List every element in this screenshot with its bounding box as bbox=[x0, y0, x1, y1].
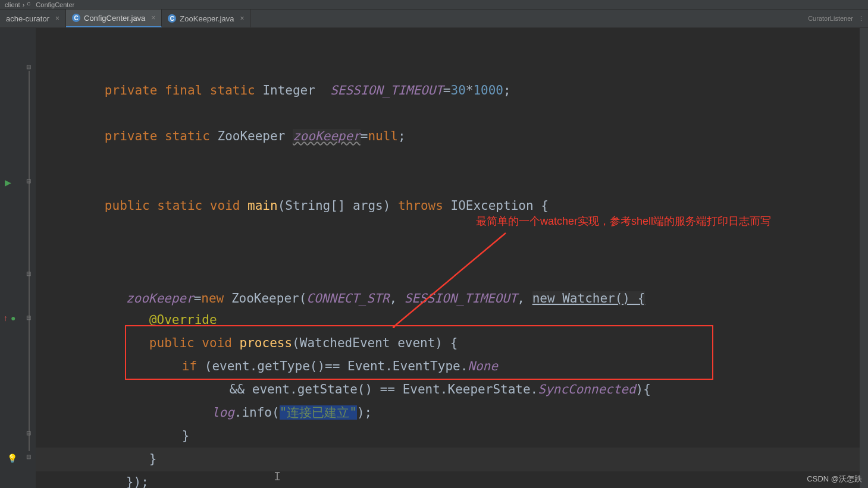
code-editor[interactable]: private final static Integer SESSION_TIM… bbox=[36, 28, 860, 488]
fold-icon[interactable]: ⊟ bbox=[26, 430, 31, 436]
code-line: public static void main(String[] args) t… bbox=[59, 172, 549, 240]
class-icon: C bbox=[27, 1, 33, 8]
tab-label: ZooKeeper.java bbox=[180, 14, 234, 23]
editor-scrollbar[interactable] bbox=[860, 28, 868, 488]
text-cursor-icon: I bbox=[274, 469, 281, 483]
breadcrumb-item-1[interactable]: client bbox=[5, 1, 20, 8]
tab-zookeeper[interactable]: C ZooKeeper.java × bbox=[162, 10, 250, 27]
close-icon[interactable]: × bbox=[55, 14, 59, 23]
code-line: private static ZooKeeper zooKeeper=null; bbox=[59, 102, 406, 170]
close-icon[interactable]: × bbox=[151, 14, 155, 22]
fold-icon[interactable]: ⊟ bbox=[26, 454, 31, 460]
fold-icon[interactable]: ⊟ bbox=[26, 64, 31, 70]
tab-label: ache-curator bbox=[6, 14, 49, 23]
implement-up-icon[interactable]: ● bbox=[11, 313, 15, 323]
editor-wrap: ▶ ↑ ● 💡 ⊟ ⊟ ⊟ ⊟ ⊟ ⊟ private final static… bbox=[0, 28, 868, 488]
fold-icon[interactable]: ⊟ bbox=[26, 178, 31, 184]
breadcrumb-item-2[interactable]: ConfigCenter bbox=[36, 1, 74, 8]
right-tool-label[interactable]: CuratorListener ⋮ bbox=[808, 10, 864, 27]
run-icon[interactable]: ▶ bbox=[5, 178, 11, 187]
tab-ache-curator[interactable]: ache-curator × bbox=[0, 10, 66, 27]
editor-tab-bar: ache-curator × C ConfigCenter.java × C Z… bbox=[0, 10, 868, 28]
code-line: }); bbox=[81, 448, 149, 488]
class-icon: C bbox=[168, 14, 176, 23]
tool-label: CuratorListener bbox=[808, 15, 853, 22]
tab-configcenter[interactable]: C ConfigCenter.java × bbox=[66, 10, 162, 27]
watermark-text: CSDN @沃怎跌 bbox=[807, 474, 862, 484]
intention-bulb-icon[interactable]: 💡 bbox=[7, 454, 17, 463]
code-line: log.info("连接已建立"); bbox=[167, 379, 372, 446]
fold-column: ⊟ ⊟ ⊟ ⊟ ⊟ ⊟ bbox=[24, 28, 36, 488]
class-icon: C bbox=[72, 14, 80, 22]
breadcrumb-bar: client › C ConfigCenter bbox=[0, 0, 868, 10]
gutter: ▶ ↑ ● 💡 bbox=[0, 28, 24, 488]
close-icon[interactable]: × bbox=[240, 14, 244, 23]
fold-icon[interactable]: ⊟ bbox=[26, 314, 31, 321]
fold-icon[interactable]: ⊟ bbox=[26, 270, 31, 277]
ellipsis-icon[interactable]: ⋮ bbox=[858, 15, 864, 23]
breadcrumb-sep: › bbox=[23, 1, 25, 8]
override-icon[interactable]: ↑ bbox=[4, 313, 8, 323]
tab-label: ConfigCenter.java bbox=[84, 14, 145, 23]
